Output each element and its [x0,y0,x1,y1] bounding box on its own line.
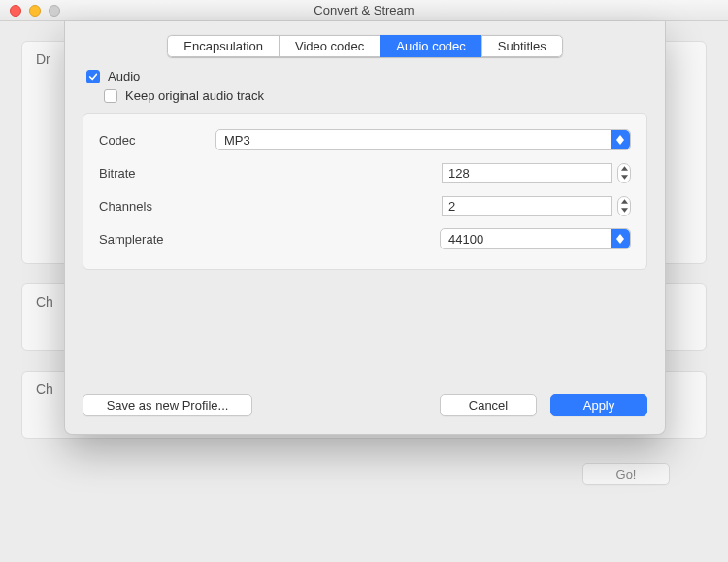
keep-original-row: Keep original audio track [104,88,647,103]
window-title: Convert & Stream [0,3,728,17]
bitrate-stepper[interactable] [617,163,631,183]
check-icon [88,72,98,82]
channels-label: Channels [99,199,215,214]
audio-checkbox-row: Audio [86,69,647,83]
tab-bar: Encapsulation Video codec Audio codec Su… [83,35,647,57]
bg-panel-1-text: Dr [36,51,50,67]
tab-encapsulation[interactable]: Encapsulation [167,35,279,57]
codec-control: MP3 [215,129,631,150]
bg-panel-2-text: Ch [36,294,53,310]
window-titlebar: Convert & Stream [0,0,728,21]
keep-original-checkbox[interactable] [104,89,117,103]
tab-video-codec[interactable]: Video codec [279,35,380,57]
bitrate-control [215,163,631,183]
tab-audio-codec[interactable]: Audio codec [380,35,481,57]
audio-checkbox-label: Audio [108,69,140,83]
samplerate-label: Samplerate [99,232,215,247]
tab-group: Encapsulation Video codec Audio codec Su… [167,35,562,57]
samplerate-control: 44100 [215,228,631,249]
bg-panel-3-text: Ch [36,381,53,397]
samplerate-select-value: 44100 [441,232,483,247]
channels-input[interactable] [442,196,612,216]
channels-control [215,196,631,216]
bitrate-label: Bitrate [99,166,215,181]
dropdown-arrows-icon [611,130,630,149]
cancel-button[interactable]: Cancel [440,394,537,416]
stepper-up-icon[interactable] [618,164,630,174]
samplerate-row: Samplerate 44100 [99,222,631,255]
codec-label: Codec [99,133,215,148]
stepper-up-icon[interactable] [618,197,630,207]
stepper-down-icon[interactable] [618,173,630,182]
stepper-down-icon[interactable] [618,206,630,215]
dropdown-arrows-icon [611,229,630,248]
tab-subtitles[interactable]: Subtitles [481,35,563,57]
codec-select-value: MP3 [216,133,250,148]
save-as-new-profile-button[interactable]: Save as new Profile... [83,394,252,416]
sheet-footer: Save as new Profile... Cancel Apply [83,394,647,416]
channels-row: Channels [99,189,631,222]
profile-sheet: Encapsulation Video codec Audio codec Su… [64,21,666,435]
go-button[interactable]: Go! [582,463,670,485]
channels-stepper[interactable] [617,196,631,216]
codec-row: Codec MP3 [99,123,631,156]
codec-select[interactable]: MP3 [215,129,631,150]
go-row: Go! [21,463,707,485]
audio-fields-panel: Codec MP3 Bitrate [83,113,647,270]
bitrate-input[interactable] [442,163,612,183]
audio-checkbox[interactable] [86,70,100,83]
samplerate-select[interactable]: 44100 [440,228,631,249]
bitrate-row: Bitrate [99,156,631,189]
keep-original-label: Keep original audio track [125,88,264,103]
apply-button[interactable]: Apply [550,394,647,416]
